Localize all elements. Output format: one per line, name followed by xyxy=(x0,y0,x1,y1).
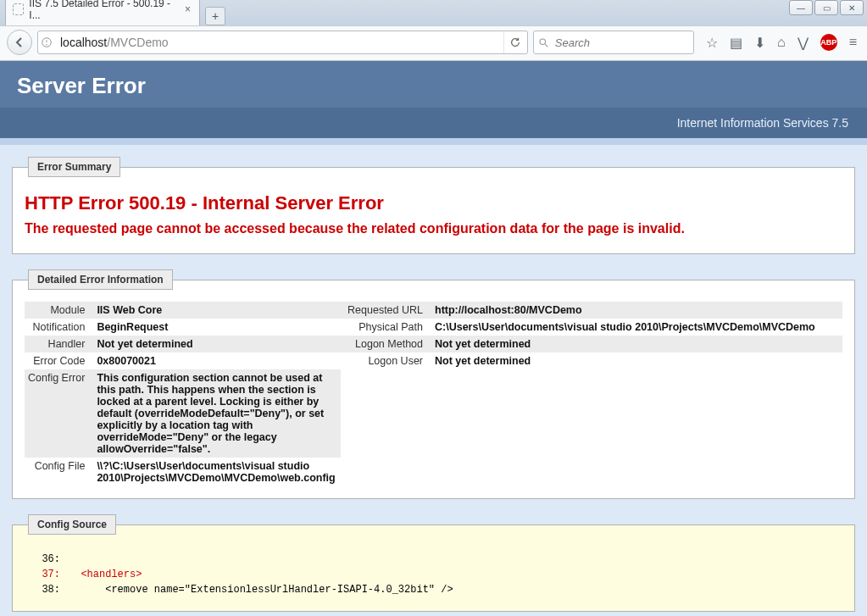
iis-brand-bar: Internet Information Services 7.5 xyxy=(0,108,867,145)
detail-value: Not yet determined xyxy=(430,352,842,369)
detail-row: NotificationBeginRequest xyxy=(25,319,341,336)
config-source-code: 36: 37: <handlers>38: <remove name="Exte… xyxy=(25,547,842,599)
detailed-error-legend: Detailed Error Information xyxy=(28,269,173,290)
detail-value: 0x80070021 xyxy=(92,352,340,369)
detail-value: C:\Users\User\documents\visual studio 20… xyxy=(430,319,842,336)
nav-toolbar: localhost/MVCDemo ☆ ▤ ⬇ ⌂ ⋁ ABP ≡ xyxy=(0,25,867,60)
detail-row: Config File\\?\C:\Users\User\documents\v… xyxy=(25,458,341,486)
toolbar-icons: ☆ ▤ ⬇ ⌂ ⋁ ABP ≡ xyxy=(699,34,860,51)
detail-label: Logon Method xyxy=(336,336,430,352)
detail-row: HandlerNot yet determined xyxy=(25,336,341,352)
svg-point-2 xyxy=(46,44,47,45)
detail-label: Module xyxy=(25,302,92,319)
detail-row: Config ErrorThis configuration section c… xyxy=(25,369,341,458)
reload-icon xyxy=(509,36,521,48)
server-error-heading: Server Error xyxy=(0,61,867,108)
detail-label: Notification xyxy=(25,319,92,336)
menu-icon[interactable]: ≡ xyxy=(849,35,857,50)
detail-label: Logon User xyxy=(336,352,430,369)
config-source-legend: Config Source xyxy=(28,514,116,535)
url-host: localhost xyxy=(60,36,107,49)
url-path: /MVCDemo xyxy=(107,36,168,49)
pocket-icon[interactable]: ⋁ xyxy=(798,35,809,51)
detailed-error-section: Detailed Error Information ModuleIIS Web… xyxy=(12,269,855,499)
browser-tab[interactable]: IIS 7.5 Detailed Error - 500.19 - I... × xyxy=(5,0,200,25)
detail-value: \\?\C:\Users\User\documents\visual studi… xyxy=(92,458,340,486)
abp-icon[interactable]: ABP xyxy=(820,34,837,51)
back-arrow-icon xyxy=(13,36,26,49)
minimize-button[interactable]: — xyxy=(789,0,813,15)
home-icon[interactable]: ⌂ xyxy=(777,35,786,50)
page-viewport[interactable]: Server Error Internet Information Servic… xyxy=(0,61,867,616)
site-identity-icon[interactable] xyxy=(38,36,55,48)
detail-label: Config Error xyxy=(25,369,92,458)
address-bar[interactable]: localhost/MVCDemo xyxy=(37,31,528,54)
detail-label: Error Code xyxy=(25,352,92,369)
window-controls: — ▭ ✕ xyxy=(789,0,864,15)
tab-favicon xyxy=(13,3,24,15)
browser-chrome: — ▭ ✕ IIS 7.5 Detailed Error - 500.19 - … xyxy=(0,0,867,61)
detail-label: Requested URL xyxy=(336,302,430,319)
detail-row: Logon UserNot yet determined xyxy=(336,352,842,369)
tab-close-icon[interactable]: × xyxy=(181,3,191,15)
close-window-button[interactable]: ✕ xyxy=(840,0,864,15)
error-message: The requested page cannot be accessed be… xyxy=(25,221,842,236)
error-summary-legend: Error Summary xyxy=(28,157,120,177)
url-text[interactable]: localhost/MVCDemo xyxy=(55,32,503,53)
detail-value: http://localhost:80/MVCDemo xyxy=(430,302,842,319)
tab-title: IIS 7.5 Detailed Error - 500.19 - I... xyxy=(29,0,176,21)
svg-point-3 xyxy=(540,39,546,45)
tab-strip: IIS 7.5 Detailed Error - 500.19 - I... ×… xyxy=(0,0,867,25)
detail-row: Error Code0x80070021 xyxy=(25,352,341,369)
reading-list-icon[interactable]: ▤ xyxy=(730,35,742,51)
detail-row: Requested URLhttp://localhost:80/MVCDemo xyxy=(336,302,842,319)
detail-value: Not yet determined xyxy=(430,336,842,352)
page-body: Error Summary HTTP Error 500.19 - Intern… xyxy=(0,145,867,616)
back-button[interactable] xyxy=(7,30,32,55)
detail-label: Physical Path xyxy=(336,319,430,336)
search-bar[interactable] xyxy=(533,31,694,54)
details-left-table: ModuleIIS Web CoreNotificationBeginReque… xyxy=(25,302,341,486)
config-line: 36: xyxy=(28,552,839,567)
new-tab-button[interactable]: + xyxy=(205,7,225,25)
downloads-icon[interactable]: ⬇ xyxy=(754,35,765,51)
detail-value: BeginRequest xyxy=(92,319,340,336)
svg-line-4 xyxy=(545,44,547,47)
maximize-button[interactable]: ▭ xyxy=(814,0,838,15)
detail-value: Not yet determined xyxy=(92,336,340,352)
detail-row: Physical PathC:\Users\User\documents\vis… xyxy=(336,319,842,336)
reload-button[interactable] xyxy=(503,31,527,53)
detail-value: IIS Web Core xyxy=(92,302,340,319)
bookmark-star-icon[interactable]: ☆ xyxy=(706,35,718,51)
detail-row: ModuleIIS Web Core xyxy=(25,302,341,319)
search-input[interactable] xyxy=(553,36,693,50)
detail-row: Logon MethodNot yet determined xyxy=(336,336,842,352)
detail-label: Handler xyxy=(25,336,92,352)
config-source-section: Config Source 36: 37: <handlers>38: <rem… xyxy=(12,514,855,612)
error-summary-section: Error Summary HTTP Error 500.19 - Intern… xyxy=(12,157,855,254)
detail-label: Config File xyxy=(25,458,92,486)
search-icon xyxy=(534,37,553,48)
config-line: 38: <remove name="ExtensionlessUrlHandle… xyxy=(28,582,839,597)
detail-value: This configuration section cannot be use… xyxy=(92,369,340,458)
details-right-table: Requested URLhttp://localhost:80/MVCDemo… xyxy=(336,302,842,369)
error-title: HTTP Error 500.19 - Internal Server Erro… xyxy=(25,192,842,214)
config-line: 37: <handlers> xyxy=(28,567,839,582)
